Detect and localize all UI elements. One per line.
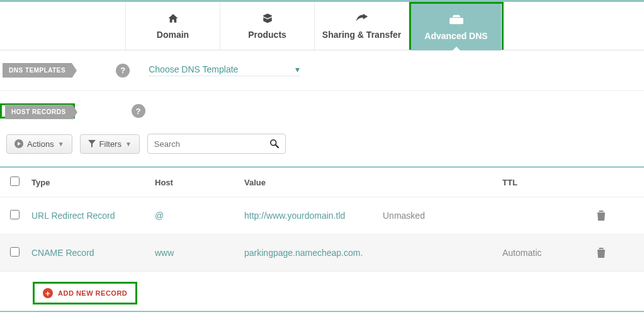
- play-icon: [14, 139, 23, 148]
- add-new-record-button[interactable]: + ADD NEW RECORD: [35, 284, 135, 302]
- actions-label: Actions: [27, 139, 54, 149]
- records-toolbar: Actions ▼ Filters ▼: [0, 124, 644, 166]
- row-checkbox[interactable]: [10, 247, 20, 257]
- cell-mask[interactable]: Unmasked: [383, 211, 502, 221]
- header-host: Host: [155, 178, 244, 187]
- box-icon: [261, 12, 274, 25]
- header-ttl: TTL: [502, 178, 597, 187]
- cell-type[interactable]: URL Redirect Record: [31, 211, 155, 221]
- search-input[interactable]: [154, 139, 270, 149]
- table-row: CNAME Record www parkingpage.namecheap.c…: [0, 235, 644, 272]
- row-checkbox[interactable]: [10, 210, 20, 219]
- help-icon[interactable]: ?: [132, 104, 145, 118]
- tab-products[interactable]: Products: [220, 2, 315, 50]
- filters-button[interactable]: Filters ▼: [80, 134, 140, 154]
- records-table: Type Host Value TTL URL Redirect Record …: [0, 166, 644, 312]
- plus-icon: +: [43, 288, 53, 298]
- table-row: URL Redirect Record @ http://www.yourdom…: [0, 197, 644, 235]
- header-type: Type: [31, 178, 155, 187]
- chevron-down-icon: ▼: [125, 141, 132, 148]
- chevron-down-icon: ▾: [295, 64, 300, 74]
- svg-line-2: [276, 145, 278, 148]
- tab-label: Advanced DNS: [424, 31, 487, 41]
- tab-sharing[interactable]: Sharing & Transfer: [315, 2, 409, 50]
- add-new-label: ADD NEW RECORD: [58, 289, 127, 297]
- cell-value[interactable]: parkingpage.namecheap.com.: [244, 248, 383, 258]
- cell-ttl[interactable]: Automatic: [502, 248, 597, 258]
- dns-templates-section: DNS TEMPLATES ? Choose DNS Template ▾: [0, 50, 644, 91]
- actions-button[interactable]: Actions ▼: [6, 134, 72, 154]
- cell-value[interactable]: http://www.yourdomain.tld: [244, 211, 383, 221]
- dns-template-text: Choose DNS Template: [149, 64, 238, 74]
- cell-host[interactable]: www: [155, 248, 244, 258]
- tab-label: Products: [248, 30, 286, 40]
- add-record-row: + ADD NEW RECORD: [0, 272, 644, 312]
- host-records-section: HOST RECORDS ?: [0, 91, 644, 124]
- share-icon: [355, 12, 369, 25]
- cell-host[interactable]: @: [155, 211, 244, 221]
- highlight-add-record: + ADD NEW RECORD: [33, 282, 137, 304]
- host-records-label: HOST RECORDS: [5, 105, 72, 119]
- search-icon: [270, 139, 279, 148]
- select-all-checkbox[interactable]: [10, 177, 20, 186]
- tabs-spacer: [0, 2, 126, 50]
- highlight-host-records: HOST RECORDS: [0, 103, 75, 119]
- tab-domain[interactable]: Domain: [126, 2, 220, 50]
- search-box[interactable]: [147, 134, 286, 154]
- highlight-advanced-tab: Advanced DNS: [409, 2, 504, 50]
- toolbox-icon: [449, 13, 463, 26]
- tab-advanced-dns[interactable]: Advanced DNS: [411, 4, 502, 50]
- delete-button[interactable]: [597, 211, 622, 221]
- chevron-down-icon: ▼: [58, 141, 64, 148]
- tab-label: Sharing & Transfer: [322, 30, 401, 40]
- dns-templates-label: DNS TEMPLATES: [3, 63, 72, 78]
- dns-template-select[interactable]: Choose DNS Template ▾: [149, 64, 300, 76]
- delete-button[interactable]: [597, 248, 622, 258]
- filters-label: Filters: [99, 139, 121, 149]
- table-header: Type Host Value TTL: [0, 168, 644, 197]
- cell-type[interactable]: CNAME Record: [31, 248, 155, 258]
- top-tabs: Domain Products Sharing & Transfer Advan…: [0, 0, 644, 50]
- home-icon: [167, 12, 179, 25]
- help-icon[interactable]: ?: [116, 64, 130, 78]
- tab-label: Domain: [157, 30, 189, 40]
- filter-icon: [88, 140, 96, 148]
- header-value: Value: [244, 178, 383, 187]
